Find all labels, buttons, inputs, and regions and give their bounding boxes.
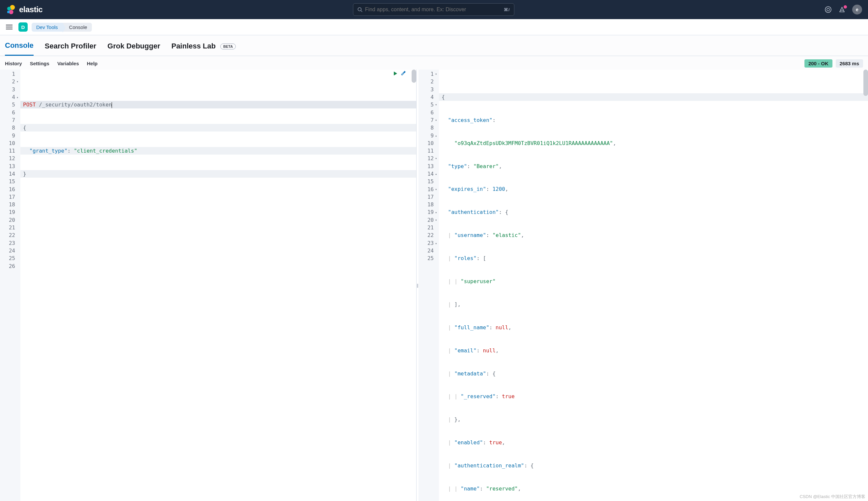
history-button[interactable]: History bbox=[5, 61, 22, 66]
console-editors: 1▾2▾3▾4▴5▾6▾7▾8▾9▾10▾11▾12▾13▾14▾15▾16▾1… bbox=[0, 70, 868, 501]
svg-point-2 bbox=[9, 10, 13, 14]
newsfeed-icon[interactable] bbox=[838, 6, 846, 13]
console-toolbar-left: History Settings Variables Help bbox=[5, 61, 98, 66]
user-avatar[interactable]: e bbox=[852, 4, 862, 14]
search-input[interactable] bbox=[365, 7, 504, 12]
response-scrollbar[interactable] bbox=[864, 70, 868, 96]
header-search-wrap: ⌘/ bbox=[43, 3, 825, 16]
tab-search-profiler[interactable]: Search Profiler bbox=[45, 42, 97, 55]
lifesaver-icon[interactable] bbox=[825, 6, 832, 13]
svg-point-4 bbox=[358, 8, 361, 11]
devtools-tabs: Console Search Profiler Grok Debugger Pa… bbox=[0, 35, 868, 56]
svg-point-6 bbox=[825, 7, 831, 12]
space-badge[interactable]: D bbox=[19, 22, 28, 32]
tab-grok-debugger[interactable]: Grok Debugger bbox=[107, 42, 160, 55]
elastic-logo[interactable]: elastic bbox=[6, 4, 43, 14]
watermark-text: CSDN @Elastic 中国社区官方博客 bbox=[800, 494, 865, 500]
tab-painless-lab[interactable]: Painless Lab BETA bbox=[171, 42, 236, 55]
svg-point-1 bbox=[7, 7, 11, 11]
notification-dot bbox=[844, 5, 847, 9]
play-icon[interactable] bbox=[393, 71, 398, 76]
request-pane: 1▾2▾3▾4▴5▾6▾7▾8▾9▾10▾11▾12▾13▾14▾15▾16▾1… bbox=[0, 70, 417, 501]
request-editor[interactable]: POST /_security/oauth2/token { "grant_ty… bbox=[20, 70, 416, 501]
breadcrumb-dev-tools[interactable]: Dev Tools bbox=[32, 23, 63, 32]
breadcrumb-bar: D Dev Tools Console bbox=[0, 19, 868, 35]
svg-line-5 bbox=[361, 11, 362, 12]
request-gutter: 1▾2▾3▾4▴5▾6▾7▾8▾9▾10▾11▾12▾13▾14▾15▾16▾1… bbox=[0, 70, 20, 501]
help-button[interactable]: Help bbox=[87, 61, 98, 66]
breadcrumb: Dev Tools Console bbox=[32, 23, 92, 32]
header-right: e bbox=[825, 4, 862, 14]
svg-point-3 bbox=[7, 11, 10, 13]
brand-text: elastic bbox=[19, 5, 43, 14]
global-search[interactable]: ⌘/ bbox=[353, 3, 514, 16]
request-actions bbox=[393, 70, 406, 77]
settings-button[interactable]: Settings bbox=[30, 61, 50, 66]
request-scrollbar[interactable] bbox=[411, 70, 416, 83]
text-cursor bbox=[112, 102, 112, 108]
console-toolbar: History Settings Variables Help 200 - OK… bbox=[0, 56, 868, 70]
response-gutter: 1▾2▾3▾4▾5▾6▾7▾8▾9▴10▾11▾12▾13▾14▴15▾16▾1… bbox=[418, 70, 439, 501]
nav-toggle-button[interactable] bbox=[4, 23, 14, 31]
search-shortcut: ⌘/ bbox=[504, 7, 510, 12]
wrench-icon[interactable] bbox=[400, 71, 406, 76]
response-time-badge: 2683 ms bbox=[836, 59, 863, 67]
console-toolbar-right: 200 - OK 2683 ms bbox=[804, 59, 863, 67]
elastic-logo-icon bbox=[6, 4, 16, 14]
global-header: elastic ⌘/ e bbox=[0, 0, 868, 19]
search-icon bbox=[357, 7, 363, 12]
response-pane: 1▾2▾3▾4▾5▾6▾7▾8▾9▴10▾11▾12▾13▾14▴15▾16▾1… bbox=[418, 70, 868, 501]
beta-badge: BETA bbox=[220, 43, 236, 50]
breadcrumb-console: Console bbox=[63, 23, 92, 32]
status-badge: 200 - OK bbox=[804, 59, 833, 67]
svg-point-7 bbox=[827, 8, 829, 11]
variables-button[interactable]: Variables bbox=[57, 61, 79, 66]
response-viewer[interactable]: { "access_token": "o93qAxZtdEpsUDk3MFM0T… bbox=[439, 70, 868, 501]
tab-console[interactable]: Console bbox=[5, 41, 34, 56]
